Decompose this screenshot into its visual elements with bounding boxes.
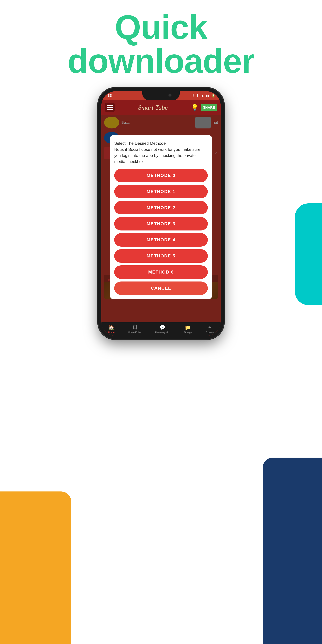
methode-0-button[interactable]: METHODE 0 xyxy=(114,169,208,182)
storage-icon: 📁 xyxy=(185,325,191,330)
bulb-icon[interactable]: 💡 xyxy=(191,104,198,111)
app-content: Buzz hat Yo Quick ✓ Downl... xyxy=(101,115,221,322)
nav-storage-label: Storage xyxy=(184,331,192,334)
phone-frame: :33 ⬇ ⬇ ▲ ▮▮ 🔋 Smart Tube 💡 xyxy=(98,88,224,339)
nav-home[interactable]: 🏠 Home xyxy=(108,325,114,334)
battery-icon: 🔋 xyxy=(211,94,216,98)
methode-2-button[interactable]: METHODE 2 xyxy=(114,201,208,214)
status-time: :33 xyxy=(106,94,112,98)
app-header: Smart Tube 💡 SHARE xyxy=(101,100,221,115)
bg-yellow-block xyxy=(0,492,71,644)
home-icon: 🏠 xyxy=(108,325,114,330)
methode-1-button[interactable]: METHODE 1 xyxy=(114,185,208,198)
header-right: 💡 SHARE xyxy=(191,104,217,111)
share-button[interactable]: SHARE xyxy=(201,104,217,111)
notch-camera xyxy=(168,94,172,96)
download2-icon: ⬇ xyxy=(196,94,199,98)
nav-storage[interactable]: 📁 Storage xyxy=(184,325,192,334)
menu-line3 xyxy=(107,109,113,110)
title-container: Quick downloader xyxy=(0,10,322,78)
methode-4-button[interactable]: METHODE 4 xyxy=(114,233,208,246)
app-name: Smart Tube xyxy=(138,104,168,111)
menu-line2 xyxy=(107,107,113,108)
menu-button[interactable] xyxy=(105,103,115,112)
modal-message: Select The Desired MethodeNote: if Socia… xyxy=(114,140,208,165)
bg-teal-block xyxy=(295,203,322,305)
recovery-icon: 💬 xyxy=(160,325,166,330)
nav-explore[interactable]: ✦ Explore xyxy=(206,325,214,334)
nav-recovery-label: Recovery M... xyxy=(155,331,170,334)
nav-photo-label: Photo Editor xyxy=(128,331,141,334)
methode-3-button[interactable]: METHODE 3 xyxy=(114,217,208,230)
wifi-icon: ▲ xyxy=(201,94,204,98)
modal-overlay: Select The Desired MethodeNote: if Socia… xyxy=(101,115,221,322)
download-icon: ⬇ xyxy=(192,94,194,98)
nav-photo[interactable]: 🖼 Photo Editor xyxy=(128,325,141,334)
bg-blue-block xyxy=(263,458,322,644)
phone-screen: :33 ⬇ ⬇ ▲ ▮▮ 🔋 Smart Tube 💡 xyxy=(101,91,221,336)
nav-home-label: Home xyxy=(108,331,114,334)
nav-explore-label: Explore xyxy=(206,331,214,334)
nav-recovery[interactable]: 💬 Recovery M... xyxy=(155,325,170,334)
title-line2: downloader xyxy=(0,44,322,78)
modal-dialog: Select The Desired MethodeNote: if Socia… xyxy=(110,135,212,299)
title-line1: Quick xyxy=(0,10,322,44)
methode-5-button[interactable]: METHODE 5 xyxy=(114,249,208,263)
status-icons: ⬇ ⬇ ▲ ▮▮ 🔋 xyxy=(192,94,216,98)
signal-icon: ▮▮ xyxy=(206,94,210,98)
app-title: Quick downloader xyxy=(0,10,322,78)
phone-wrapper: :33 ⬇ ⬇ ▲ ▮▮ 🔋 Smart Tube 💡 xyxy=(98,88,224,339)
phone-notch xyxy=(142,91,180,100)
menu-line1 xyxy=(107,105,113,106)
bottom-nav: 🏠 Home 🖼 Photo Editor 💬 Recovery M... 📁 … xyxy=(101,322,221,336)
photo-icon: 🖼 xyxy=(132,325,137,330)
cancel-button[interactable]: CANCEL xyxy=(114,282,208,295)
method-6-button[interactable]: METHOD 6 xyxy=(114,266,208,279)
explore-icon: ✦ xyxy=(208,325,212,330)
